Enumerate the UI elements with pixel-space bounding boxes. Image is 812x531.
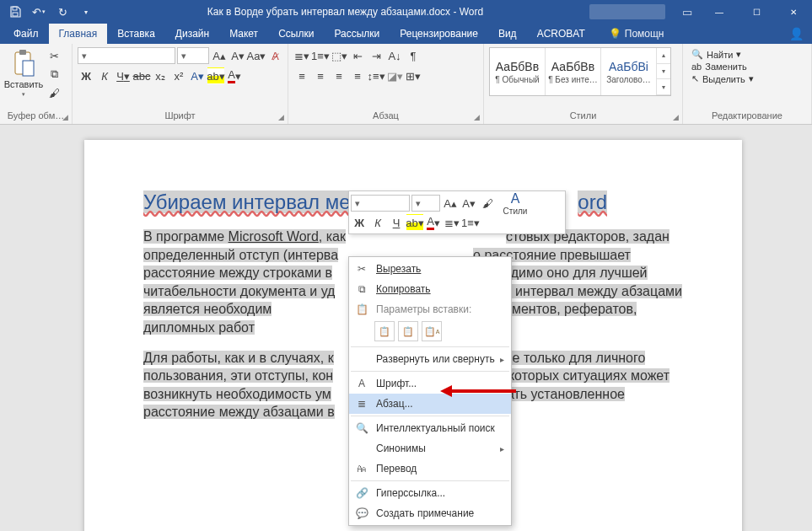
show-marks-button[interactable]: ¶	[405, 47, 422, 64]
qat-customize-icon[interactable]: ▾	[76, 2, 96, 22]
ctx-cut[interactable]: ✂Вырезать	[349, 259, 511, 279]
sort-button[interactable]: A↓	[386, 47, 403, 64]
ctx-translate[interactable]: 🗛Перевод	[349, 459, 511, 479]
text-effects-button[interactable]: A▾	[189, 67, 206, 84]
bold-button[interactable]: Ж	[78, 67, 94, 84]
mini-font-name[interactable]: ▾	[351, 195, 410, 212]
format-painter-icon[interactable]: 🖌	[46, 84, 62, 101]
find-button[interactable]: 🔍Найти ▾	[691, 49, 754, 60]
tab-view[interactable]: Вид	[488, 24, 527, 44]
tab-home[interactable]: Главная	[49, 24, 108, 44]
ctx-copy[interactable]: ⧉Копировать	[349, 279, 511, 299]
group-editing: 🔍Найти ▾ abЗаменить ↖Выделить ▾ Редактир…	[683, 44, 812, 124]
share-button[interactable]: 👤	[781, 24, 812, 44]
select-button[interactable]: ↖Выделить ▾	[691, 73, 754, 84]
styles-gallery[interactable]: АаБбВв¶ Обычный АаБбВв¶ Без инте… АаБбВі…	[489, 47, 671, 96]
increase-indent-button[interactable]: ⇥	[368, 47, 384, 64]
clear-format-icon[interactable]: A̷	[266, 47, 283, 64]
align-center-button[interactable]: ≡	[312, 67, 329, 84]
numbering-button[interactable]: 1≡▾	[312, 47, 329, 64]
mini-shrink-font[interactable]: A▾	[460, 195, 477, 212]
mini-toolbar: ▾ ▾ A▴ A▾ 🖌 AСтили Ж К Ч ab▾ A▾ ≣▾ 1≡▾	[348, 190, 566, 234]
mini-bullets[interactable]: ≣▾	[444, 214, 460, 231]
close-button[interactable]: ✕	[775, 0, 812, 24]
subscript-button[interactable]: x₂	[152, 67, 169, 84]
tab-layout[interactable]: Макет	[219, 24, 268, 44]
tell-me[interactable]: 💡Помощн	[599, 24, 675, 44]
multilevel-button[interactable]: ⬚▾	[331, 47, 347, 64]
replace-icon: ab	[691, 62, 702, 72]
highlight-button[interactable]: ab▾	[207, 67, 224, 84]
mini-styles-button[interactable]: AСтили	[497, 191, 533, 216]
tab-acrobat[interactable]: ACROBAT	[527, 24, 595, 44]
style-nospacing[interactable]: АаБбВв¶ Без инте…	[546, 48, 601, 95]
strike-button[interactable]: abc	[133, 67, 150, 84]
tab-file[interactable]: Файл	[3, 24, 49, 44]
group-paragraph: ≣▾ 1≡▾ ⬚▾ ⇤ ⇥ A↓ ¶ ≡ ≡ ≡ ≡ ↕≡▾ ◪▾ ⊞▾ Абз…	[288, 44, 484, 124]
shrink-font-icon[interactable]: A▾	[229, 47, 246, 64]
styles-more[interactable]: ▴▾▾	[657, 48, 670, 95]
mini-format-painter[interactable]: 🖌	[479, 195, 496, 212]
tab-review[interactable]: Рецензирование	[390, 24, 488, 44]
italic-button[interactable]: К	[96, 67, 113, 84]
paste-merge[interactable]: 📋	[398, 321, 418, 341]
change-case-icon[interactable]: Aa▾	[248, 47, 265, 64]
mini-underline[interactable]: Ч	[388, 214, 405, 231]
paste-text-only[interactable]: 📋A	[422, 321, 442, 341]
ribbon-tabs: Файл Главная Вставка Дизайн Макет Ссылки…	[0, 24, 812, 44]
mini-font-size[interactable]: ▾	[411, 195, 440, 212]
align-left-button[interactable]: ≡	[293, 67, 310, 84]
mini-numbering[interactable]: 1≡▾	[462, 214, 479, 231]
justify-button[interactable]: ≡	[349, 67, 366, 84]
ctx-synonyms[interactable]: Синонимы▸	[349, 438, 511, 459]
style-heading1[interactable]: АаБбВіЗаголово…	[601, 48, 657, 95]
paste-keep-source[interactable]: 📋	[374, 321, 395, 341]
ribbon-display-options-icon[interactable]: ▭	[674, 6, 701, 19]
translate-icon: 🗛	[354, 463, 369, 475]
redo-icon[interactable]: ↻	[52, 2, 73, 22]
tab-references[interactable]: Ссылки	[268, 24, 324, 44]
mini-bold[interactable]: Ж	[351, 214, 368, 231]
tab-insert[interactable]: Вставка	[107, 24, 165, 44]
mini-italic[interactable]: К	[369, 214, 386, 231]
ctx-smart-lookup[interactable]: 🔍Интеллектуальный поиск	[349, 418, 511, 438]
borders-button[interactable]: ⊞▾	[405, 67, 422, 84]
tab-mailings[interactable]: Рассылки	[324, 24, 390, 44]
ctx-hyperlink[interactable]: 🔗Гиперссылка...	[349, 483, 511, 503]
font-name-combo[interactable]: ▾	[78, 47, 175, 64]
mini-font-color[interactable]: A▾	[425, 214, 442, 231]
window-controls: — ☐ ✕	[701, 0, 812, 24]
line-spacing-button[interactable]: ↕≡▾	[368, 67, 384, 84]
save-icon[interactable]	[5, 2, 25, 22]
minimize-button[interactable]: —	[701, 0, 738, 24]
mini-grow-font[interactable]: A▴	[442, 195, 459, 212]
clipboard-icon: 📋	[354, 303, 369, 315]
bullets-button[interactable]: ≣▾	[293, 47, 310, 64]
grow-font-icon[interactable]: A▴	[211, 47, 228, 64]
font-color-button[interactable]: A▾	[226, 67, 243, 84]
mini-highlight[interactable]: ab▾	[406, 214, 423, 231]
paragraph-launcher[interactable]: ◢	[471, 112, 481, 122]
underline-button[interactable]: Ч▾	[115, 67, 132, 84]
shading-button[interactable]: ◪▾	[386, 67, 403, 84]
decrease-indent-button[interactable]: ⇤	[349, 47, 366, 64]
copy-icon[interactable]: ⧉	[46, 66, 62, 83]
tab-design[interactable]: Дизайн	[165, 24, 219, 44]
align-right-button[interactable]: ≡	[331, 67, 347, 84]
clipboard-launcher[interactable]: ◢	[60, 112, 70, 122]
ctx-paragraph[interactable]: ≣Абзац...	[349, 394, 511, 414]
superscript-button[interactable]: x²	[170, 67, 187, 84]
maximize-button[interactable]: ☐	[738, 0, 775, 24]
font-launcher[interactable]: ◢	[276, 112, 286, 122]
styles-launcher[interactable]: ◢	[670, 112, 680, 122]
font-size-combo[interactable]: ▾	[177, 47, 209, 64]
ctx-font[interactable]: AШрифт...	[349, 373, 511, 394]
ctx-expand-collapse[interactable]: Развернуть или свернуть▸	[349, 349, 511, 369]
replace-button[interactable]: abЗаменить	[691, 62, 754, 72]
undo-icon[interactable]: ↶▾	[29, 2, 49, 22]
ctx-new-comment[interactable]: 💬Создать примечание	[349, 503, 511, 523]
cut-icon[interactable]: ✂	[46, 47, 62, 64]
paste-button[interactable]: Вставить ▾	[5, 47, 42, 99]
account-area[interactable]	[589, 4, 665, 19]
style-normal[interactable]: АаБбВв¶ Обычный	[490, 48, 546, 95]
